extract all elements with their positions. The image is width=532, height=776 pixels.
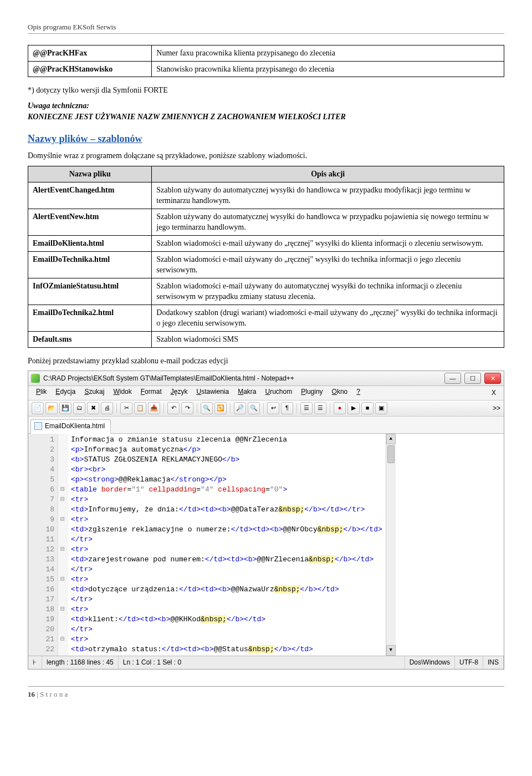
cell-key: InfOZmianieStatusu.html	[28, 278, 152, 305]
menu-pluginy[interactable]: Pluginy	[296, 387, 327, 397]
indent-icon[interactable]: ☰	[300, 402, 313, 414]
fold-column[interactable]: ⊟⊟⊟⊟⊟⊟⊟	[58, 434, 68, 656]
save-all-icon[interactable]: 🗂	[73, 402, 85, 414]
section-heading: Nazwy plików – szablonów	[28, 132, 504, 146]
menu-język[interactable]: Język	[166, 387, 192, 397]
menu-uruchom[interactable]: Uruchom	[261, 387, 297, 397]
save-icon[interactable]: 💾	[59, 402, 71, 414]
col-name: Nazwa pliku	[28, 166, 152, 182]
cell-val: Szablon wiadomości e-mail używany do „rę…	[152, 251, 504, 278]
tab-strip: EmailDoKlienta.html	[28, 417, 504, 434]
wrap-icon[interactable]: ↩	[267, 402, 279, 414]
status-mode: INS	[483, 656, 504, 669]
cell-key: @@PracKHStanowisko	[28, 61, 152, 77]
table-row: AlertEventChanged.htmSzablon używany do …	[28, 182, 504, 209]
menu-edycja[interactable]: Edycja	[51, 387, 80, 397]
find-icon[interactable]: 🔍	[201, 402, 213, 414]
menu-szukaj[interactable]: Szukaj	[80, 387, 109, 397]
scroll-thumb[interactable]	[387, 445, 395, 463]
cell-val: Szablon wiadomości e-mail używany do „rę…	[152, 235, 504, 251]
close-file-icon[interactable]: ✖	[87, 402, 99, 414]
page-footer: 16 | S t r o n a	[28, 686, 504, 699]
table-row: EmailDoTechnika2.htmlDodatkowy szablon (…	[28, 305, 504, 331]
table-row: EmailDoTechnika.htmlSzablon wiadomości e…	[28, 251, 504, 278]
scroll-down-icon[interactable]: ▼	[386, 645, 396, 656]
cell-key: EmailDoTechnika2.html	[28, 305, 152, 331]
zoom-out-icon[interactable]: 🔍	[248, 402, 260, 414]
status-position: Ln : 1 Col : 1 Sel : 0	[119, 656, 405, 669]
cell-val: Szablon używany do automatycznej wysyłki…	[152, 182, 504, 209]
toolbar-overflow-icon[interactable]: >>	[493, 404, 500, 413]
minimize-button[interactable]: —	[444, 373, 461, 384]
status-length: length : 1168 lines : 45	[42, 656, 119, 669]
page-label: | S t r o n a	[35, 690, 68, 698]
new-file-icon[interactable]: 📄	[32, 402, 44, 414]
cell-val: Stanowisko pracownika klienta przypisane…	[152, 61, 504, 77]
cell-key: @@PracKHFax	[28, 45, 152, 62]
menu-okno[interactable]: Okno	[328, 387, 352, 397]
cell-val: Szablon wiadomości e-mail używany do aut…	[152, 278, 504, 305]
active-tab[interactable]: EmailDoKlienta.html	[30, 419, 111, 434]
cell-key: AlertEventNew.htm	[28, 209, 152, 235]
open-file-icon[interactable]: 📂	[45, 402, 58, 414]
table-row: AlertEventNew.htmSzablon używany do auto…	[28, 209, 504, 235]
cell-key: EmailDoTechnika.html	[28, 251, 152, 278]
paste-icon[interactable]: 📥	[148, 402, 160, 414]
tech-warning: Uwaga techniczna: KONIECZNE JEST UŻYWANI…	[28, 100, 504, 122]
doc-close-button[interactable]: X	[487, 387, 500, 399]
zoom-in-icon[interactable]: 🔎	[234, 402, 246, 414]
menu-makra[interactable]: Makra	[233, 387, 260, 397]
cell-val: Dodatkowy szablon (drugi wariant) wiadom…	[152, 305, 504, 331]
menu-?[interactable]: ?	[352, 387, 365, 397]
menu-format[interactable]: Format	[136, 387, 166, 397]
maximize-button[interactable]: ☐	[464, 373, 481, 384]
play-icon[interactable]: ▶	[347, 402, 360, 414]
menu-widok[interactable]: Widok	[109, 387, 136, 397]
cell-key: EmailDoKlienta.html	[28, 235, 152, 251]
toolbar: 📄 📂 💾 🗂 ✖ 🖨 ✂ 📋 📥 ↶ ↷ 🔍 🔁 🔎 🔍 ↩ ¶ ☰ ☰ ● …	[28, 400, 504, 417]
window-title: C:\RAD Projects\EKSoft System GT\MailTem…	[43, 374, 294, 383]
cell-key: AlertEventChanged.htm	[28, 182, 152, 209]
doc-header: Opis programu EKSoft Serwis	[28, 22, 504, 34]
redo-icon[interactable]: ↷	[181, 402, 193, 414]
variables-table: @@PracKHFaxNumer faxu pracownika klienta…	[28, 45, 504, 77]
menu-ustawienia[interactable]: Ustawienia	[192, 387, 233, 397]
replace-icon[interactable]: 🔁	[214, 402, 227, 414]
table-row: EmailDoKlienta.htmlSzablon wiadomości e-…	[28, 235, 504, 251]
file-icon	[34, 422, 42, 430]
table-row: Default.smsSzablon wiadomości SMS	[28, 332, 504, 348]
cut-icon[interactable]: ✂	[120, 402, 132, 414]
col-desc: Opis akcji	[152, 166, 504, 182]
cell-val: Szablon używany do automatycznej wysyłki…	[152, 209, 504, 235]
footnote: *) dotyczy tylko wersji dla Symfonii FOR…	[28, 85, 504, 96]
cell-val: Numer faxu pracownika klienta przypisane…	[152, 45, 504, 62]
menu-plik[interactable]: Plik	[32, 387, 51, 397]
cell-val: Szablon wiadomości SMS	[152, 332, 504, 348]
record-icon[interactable]: ●	[334, 402, 346, 414]
code-editor[interactable]: 12345678910111213141516171819202122 ⊟⊟⊟⊟…	[28, 434, 504, 656]
table-row: @@PracKHStanowiskoStanowisko pracownika …	[28, 61, 504, 77]
table-row: @@PracKHFaxNumer faxu pracownika klienta…	[28, 45, 504, 62]
copy-icon[interactable]: 📋	[134, 402, 146, 414]
code-body[interactable]: Informacja o zmianie statusu zlecenia @@…	[68, 434, 386, 656]
statusbar: ⊦ length : 1168 lines : 45 Ln : 1 Col : …	[28, 656, 504, 669]
scroll-up-icon[interactable]: ▲	[386, 434, 396, 444]
tab-label: EmailDoKlienta.html	[45, 422, 105, 431]
close-button[interactable]: ✕	[484, 373, 501, 384]
stop-icon[interactable]: ■	[361, 402, 374, 414]
table-row: InfOZmianieStatusu.htmlSzablon wiadomośc…	[28, 278, 504, 305]
undo-icon[interactable]: ↶	[167, 402, 180, 414]
page-number: 16	[28, 690, 35, 698]
templates-table: Nazwa pliku Opis akcji AlertEventChanged…	[28, 166, 504, 348]
tech-warning-label: Uwaga techniczna:	[28, 102, 89, 110]
figure-caption: Poniżej przedstawiamy przykład szablonu …	[28, 356, 504, 367]
cell-key: Default.sms	[28, 332, 152, 348]
show-chars-icon[interactable]: ¶	[281, 402, 293, 414]
tech-warning-text: KONIECZNE JEST UŻYWANIE NAZW ZMIENNYCH Z…	[28, 113, 346, 121]
print-icon[interactable]: 🖨	[101, 402, 113, 414]
vertical-scrollbar[interactable]: ▲ ▼	[386, 434, 396, 656]
outdent-icon[interactable]: ☰	[314, 402, 326, 414]
status-encoding: UTF-8	[455, 656, 483, 669]
macro-icon[interactable]: ▣	[375, 402, 387, 414]
titlebar: C:\RAD Projects\EKSoft System GT\MailTem…	[28, 371, 504, 386]
